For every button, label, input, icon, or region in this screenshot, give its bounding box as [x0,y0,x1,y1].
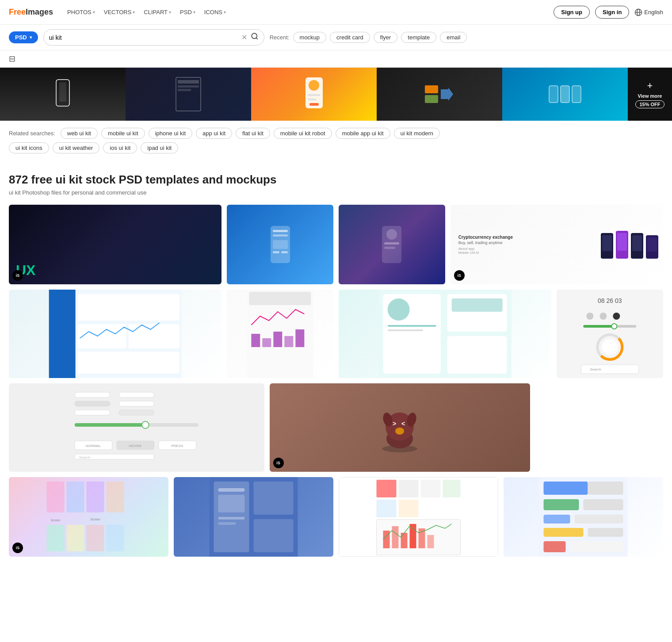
related-tag-ui-kit-modern[interactable]: ui kit modern [394,128,440,139]
related-tag-iphone-ui-kit[interactable]: iphone ui kit [149,128,192,139]
svg-text:Search: Search [79,455,90,459]
svg-text:Search: Search [590,367,601,371]
svg-line-4 [256,38,257,39]
search-button[interactable] [251,32,259,42]
clear-icon[interactable]: ✕ [241,33,247,42]
related-tag-mobile-app-ui-kit[interactable]: mobile app ui kit [336,128,390,139]
image-card-purple-ui[interactable] [339,205,445,284]
search-input[interactable] [49,34,238,41]
svg-rect-124 [399,500,419,517]
image-card-crypto[interactable]: Cryptocurrency exchange Buy, sell, tradi… [451,205,663,284]
results-title: 872 free ui kit stock PSD templates and … [9,173,663,187]
related-row-2: ui kit icons ui kit weather ios ui kit i… [9,142,663,153]
banner-image-1[interactable] [0,68,126,121]
related-tag-mobile-ui-kit-robot[interactable]: mobile ui kit robot [274,128,332,139]
image-card-wireframe[interactable] [174,477,333,557]
image-card-dog[interactable]: > < iS [270,383,531,472]
signup-button[interactable]: Sign up [554,6,590,19]
related-tag-flat-ui-kit[interactable]: flat ui kit [236,128,270,139]
svg-rect-103 [107,482,124,512]
image-card-dashboard[interactable] [9,290,221,378]
svg-text:Screen: Screen [50,519,60,522]
recent-tag-email[interactable]: email [440,32,467,43]
nav-icons[interactable]: ICONS ▾ [201,6,229,18]
svg-rect-31 [384,247,395,249]
image-blue-ui [227,205,333,284]
svg-rect-115 [218,495,245,512]
nav-psd[interactable]: PSD ▾ [176,6,199,18]
related-tag-ios-ui-kit[interactable]: ios ui kit [103,142,137,153]
recent-tag-mockup[interactable]: mockup [293,32,327,43]
svg-rect-48 [252,334,260,347]
svg-text:NORMAL: NORMAL [86,444,101,448]
svg-rect-109 [107,525,124,551]
svg-rect-50 [274,332,283,347]
image-card-ui-controls-wide[interactable]: NORMAL HOVER PRESS Search [9,383,264,472]
svg-rect-76 [75,401,110,406]
banner-image-3[interactable] [251,68,377,121]
related-tag-app-ui-kit[interactable]: app ui kit [196,128,232,139]
svg-rect-24 [273,234,288,237]
image-card-dashboard2[interactable] [227,290,333,378]
gradient-screens-bg: Screen Screen [9,477,168,557]
filter-icon[interactable]: ⊟ [9,54,15,64]
recent-tag-creditcard[interactable]: credit card [330,32,370,43]
svg-rect-128 [401,533,408,548]
svg-rect-129 [410,524,416,548]
related-searches-section: Related searches: web ui kit mobile ui k… [0,121,672,164]
banner-image-2[interactable] [126,68,251,121]
image-grid-row2: 08 26 03 Search [9,290,663,378]
related-tag-ui-kit-weather[interactable]: ui kit weather [53,142,100,153]
svg-rect-101 [67,482,84,512]
crypto-text: Cryptocurrency exchange Buy, sell, tradi… [455,231,600,258]
image-card-teal[interactable] [339,290,551,378]
svg-rect-141 [544,541,566,552]
image-card-ui-elements[interactable] [339,477,498,557]
svg-rect-59 [388,329,423,331]
recent-tag-flyer[interactable]: flyer [374,32,398,43]
svg-rect-20 [561,86,569,103]
is-badge: iS [273,458,284,468]
svg-rect-82 [75,423,145,427]
image-card-ux[interactable]: UX iS [9,205,221,284]
recent-label: Recent: [270,34,290,41]
image-ux-bg: UX [9,205,221,284]
svg-rect-33 [602,235,612,251]
nav-photos[interactable]: PHOTOS ▾ [64,6,99,18]
image-card-blue-ui[interactable] [227,205,333,284]
logo-images: Images [26,8,53,16]
svg-rect-138 [575,515,623,524]
image-card-social[interactable] [504,477,663,557]
svg-point-99 [395,428,404,435]
image-card-ui-controls[interactable]: 08 26 03 Search [557,290,663,378]
svg-rect-135 [544,499,579,510]
ui-elements-bg [339,477,498,557]
related-tag-web-ui-kit[interactable]: web ui kit [61,128,98,139]
recent-tag-template[interactable]: template [401,32,436,43]
nav-vectors[interactable]: VECTORS ▾ [100,6,139,18]
svg-rect-23 [273,230,288,232]
banner-view-more[interactable]: + View more 15% OFF [628,68,672,121]
svg-point-12 [309,80,319,91]
svg-rect-123 [377,500,397,517]
related-tag-mobile-ui-kit[interactable]: mobile ui kit [101,128,145,139]
banner-image-5[interactable] [502,68,628,121]
svg-rect-52 [296,329,305,347]
svg-rect-122 [443,480,461,497]
related-tag-ipad-ui-kit[interactable]: ipad ui kit [141,142,178,153]
signin-button[interactable]: Sign in [595,6,629,19]
logo[interactable]: FreeImages [9,8,53,17]
language-selector[interactable]: English [634,8,663,16]
svg-rect-39 [647,237,657,252]
banner-image-4[interactable] [377,68,502,121]
svg-rect-121 [421,480,441,497]
svg-rect-119 [377,480,397,497]
nav-clipart[interactable]: CLIPART ▾ [140,6,175,18]
related-tag-ui-kit-icons[interactable]: ui kit icons [9,142,49,153]
svg-text:>: > [393,420,396,427]
crypto-phones [600,230,659,259]
svg-rect-16 [425,85,438,93]
image-card-gradient-screens[interactable]: Screen Screen iS [9,477,168,557]
related-row-1: Related searches: web ui kit mobile ui k… [9,128,663,139]
format-dropdown[interactable]: PSD ▾ [9,31,38,43]
